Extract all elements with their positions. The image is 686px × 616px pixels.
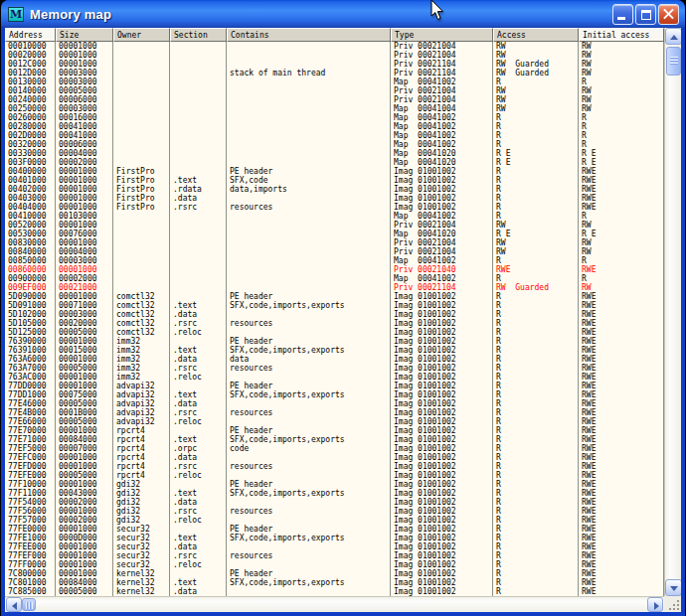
column-header-initial-access[interactable]: Initial access <box>579 28 664 42</box>
table-row[interactable]: 0013000000003000Map 00041002RR <box>5 77 664 86</box>
table-row[interactable]: 7639100000015000imm32.textSFX,code,impor… <box>5 346 664 355</box>
table-row[interactable]: 0086000000001000Priv 00021040RWERWE <box>5 265 664 274</box>
column-header-contains[interactable]: Contains <box>227 28 391 42</box>
horizontal-scrollbar[interactable] <box>5 596 681 612</box>
column-header-section[interactable]: Section <box>170 28 227 42</box>
table-row[interactable]: 5D10200000003000comctl32.dataImag 010010… <box>5 310 664 319</box>
table-row[interactable]: 763A600000001000imm32.datadataImag 01001… <box>5 355 664 364</box>
table-row[interactable]: 77FE10000000D000secur32.textSFX,code,imp… <box>5 534 664 542</box>
table-row[interactable]: 77E7100000084000rpcrt4.textSFX,code,impo… <box>5 435 664 444</box>
table-row[interactable]: 77F5700000002000gdi32.relocImag 01001002… <box>5 516 664 525</box>
table-row[interactable]: 0012D00000003000stack of main threadPriv… <box>5 69 664 77</box>
table-row[interactable]: 77F5600000001000gdi32.rsrcresourcesImag … <box>5 507 664 516</box>
table-row[interactable]: 77EFE00000005000rpcrt4.relocImag 0100100… <box>5 471 664 480</box>
table-row[interactable]: 0002000000001000Priv 00021004RWRW <box>5 51 664 60</box>
table-row[interactable]: 0026000000016000Map 00041002RR <box>5 113 664 122</box>
column-header-address[interactable]: Address <box>5 28 56 42</box>
cell-initial-access: RWE <box>579 399 664 408</box>
close-button[interactable] <box>658 4 679 25</box>
table-row[interactable]: 77E4600000005000advapi32.dataImag 010010… <box>5 399 664 408</box>
cell-type: Imag 01001002 <box>391 292 493 301</box>
cell-section <box>170 382 227 390</box>
column-header-owner[interactable]: Owner <box>113 28 170 42</box>
table-row[interactable]: 5D10500000020000comctl32.rsrcresourcesIm… <box>5 319 664 328</box>
table-row[interactable]: 0040200000001000FirstPro.rdatadata,impor… <box>5 185 664 194</box>
table-row[interactable]: 5D09100000071000comctl32.textSFX,code,im… <box>5 301 664 310</box>
horizontal-scrollbar-thumb[interactable] <box>22 598 36 611</box>
cell-type: Imag 01001002 <box>391 426 493 435</box>
table-row[interactable]: 0025000000003000Map 00041004RWRW <box>5 104 664 113</box>
minimize-button[interactable] <box>612 4 633 25</box>
table-row[interactable]: 0033000000004000Map 00041020R ER E <box>5 149 664 158</box>
table-row[interactable]: 0040100000001000FirstPro.textSFX,codeIma… <box>5 176 664 185</box>
table-row[interactable]: 0041000000103000Map 00041002RR <box>5 212 664 221</box>
table-row[interactable]: 0090000000002000Map 00041002RR <box>5 274 664 283</box>
table-row[interactable]: 5D09000000001000comctl32PE headerImag 01… <box>5 292 664 301</box>
table-row[interactable]: 0040400000001000FirstPro.rsrcresourcesIm… <box>5 203 664 212</box>
table-row[interactable]: 0083000000001000Priv 00021004RWRW <box>5 238 664 247</box>
table-row[interactable]: 7C80000000001000kernel32PE headerImag 01… <box>5 569 664 578</box>
cell-contains: data <box>227 355 391 364</box>
cell-initial-access: RWE <box>579 587 664 596</box>
maximize-button[interactable] <box>635 4 656 25</box>
table-row[interactable]: 763A700000005000imm32.rsrcresourcesImag … <box>5 364 664 373</box>
table-row[interactable]: 7C88500000005000kernel32.dataImag 010010… <box>5 587 664 596</box>
cell-owner <box>113 42 170 51</box>
cell-address: 00020000 <box>5 51 56 60</box>
cell-contains: code <box>227 444 391 453</box>
table-row[interactable]: 002D000000041000Map 00041002RR <box>5 131 664 140</box>
table-row[interactable]: 77EF500000007000rpcrt4.orpccodeImag 0100… <box>5 444 664 453</box>
table-row[interactable]: 77FE000000001000secur32PE headerImag 010… <box>5 525 664 534</box>
table-row[interactable]: 0024000000006000Priv 00021004RWRW <box>5 95 664 104</box>
table-row[interactable]: 0001000000001000Priv 00021004RWRW <box>5 42 664 51</box>
scroll-left-button[interactable] <box>6 597 22 612</box>
vertical-scrollbar[interactable] <box>664 28 681 596</box>
table-row[interactable]: 77F1100000043000gdi32.textSFX,code,impor… <box>5 489 664 498</box>
cell-section <box>170 212 227 221</box>
table-row[interactable]: 77E4B0000001B000advapi32.rsrcresourcesIm… <box>5 408 664 417</box>
table-row[interactable]: 763AC00000001000imm32.relocImag 01001002… <box>5 373 664 382</box>
table-row[interactable]: 5D12500000005000comctl32.relocImag 01001… <box>5 328 664 337</box>
resize-grip[interactable] <box>664 596 681 612</box>
table-row[interactable]: 77F1000000001000gdi32PE headerImag 01001… <box>5 480 664 489</box>
cell-address: 77F56000 <box>5 507 56 516</box>
cell-size: 00001000 <box>56 265 113 274</box>
table-row[interactable]: 0085000000003000Map 00041002RR <box>5 256 664 265</box>
table-row[interactable]: 77FF000000001000secur32.relocImag 010010… <box>5 560 664 569</box>
table-row[interactable]: 77E7000000001000rpcrt4PE headerImag 0100… <box>5 426 664 435</box>
table-row[interactable]: 77E6600000005000advapi32.relocImag 01001… <box>5 417 664 426</box>
table-row[interactable]: 7639000000001000imm32PE headerImag 01001… <box>5 337 664 346</box>
table-row[interactable]: 009EF00000021000Priv 00021104RW GuardedR… <box>5 283 664 292</box>
scroll-right-button[interactable] <box>647 597 663 612</box>
cell-initial-access: R E <box>579 158 664 167</box>
vertical-scrollbar-thumb[interactable] <box>666 47 681 76</box>
column-header-size[interactable]: Size <box>56 28 113 42</box>
scroll-down-button[interactable] <box>665 579 681 596</box>
table-row[interactable]: 0028000000041000Map 00041002RR <box>5 122 664 131</box>
table-row[interactable]: 0040000000001000FirstProPE headerImag 01… <box>5 167 664 176</box>
table-row[interactable]: 77F5400000002000gdi32.dataImag 01001002R… <box>5 498 664 507</box>
cell-section <box>170 86 227 95</box>
column-header-access[interactable]: Access <box>493 28 579 42</box>
table-row[interactable]: 003F000000002000Map 00041020R ER E <box>5 158 664 167</box>
table-row[interactable]: 0014000000005000Priv 00021004RWRW <box>5 86 664 95</box>
cell-initial-access: RW <box>579 95 664 104</box>
table-row[interactable]: 77DD100000075000advapi32.textSFX,code,im… <box>5 390 664 399</box>
column-header-type[interactable]: Type <box>391 28 493 42</box>
window-title: Memory map <box>30 7 111 22</box>
table-row[interactable]: 0084000000004000Priv 00021004RWRW <box>5 247 664 256</box>
table-row[interactable]: 0040300000001000FirstPro.dataImag 010010… <box>5 194 664 203</box>
table-row[interactable]: 77FEE00000001000secur32.dataImag 0100100… <box>5 542 664 551</box>
table-row[interactable]: 77EFC00000001000rpcrt4.dataImag 01001002… <box>5 453 664 462</box>
title-bar[interactable]: M Memory map <box>1 0 685 28</box>
table-row[interactable]: 0012C00000001000Priv 00021104RW GuardedR… <box>5 60 664 69</box>
table-row[interactable]: 77DD000000001000advapi32PE headerImag 01… <box>5 382 664 390</box>
table-row[interactable]: 0032000000006000Map 00041002RR <box>5 140 664 149</box>
scroll-up-button[interactable] <box>665 28 681 45</box>
cell-access: R <box>493 471 579 480</box>
table-row[interactable]: 0053000000076000Map 00041020R ER E <box>5 230 664 238</box>
table-row[interactable]: 77FEF00000001000secur32.rsrcresourcesIma… <box>5 551 664 560</box>
table-row[interactable]: 0052000000001000Priv 00021004RWRW <box>5 221 664 230</box>
table-row[interactable]: 7C80100000084000kernel32.textSFX,code,im… <box>5 578 664 587</box>
table-row[interactable]: 77EFD00000001000rpcrt4.rsrcresourcesImag… <box>5 462 664 471</box>
